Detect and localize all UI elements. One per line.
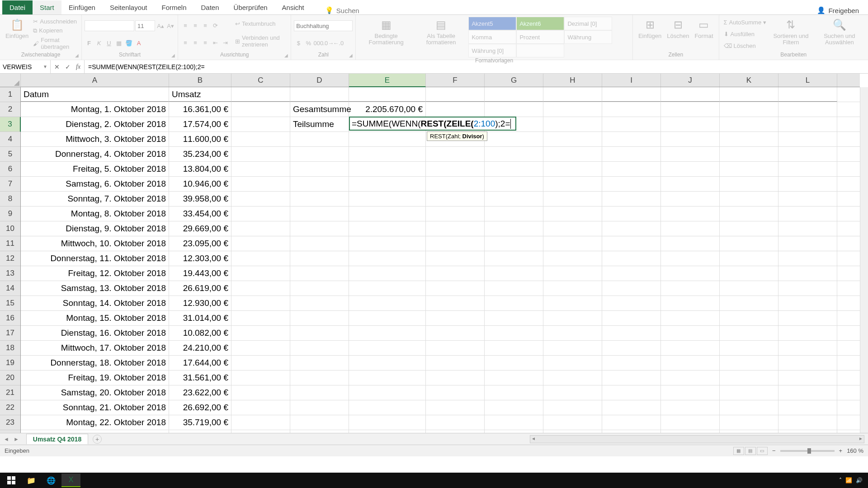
align-left-button[interactable]: ≡ (181, 38, 190, 47)
cell[interactable] (778, 236, 837, 251)
cell[interactable] (426, 415, 485, 430)
cell[interactable] (543, 251, 602, 266)
cell[interactable] (426, 326, 485, 340)
dedent-button[interactable]: ⇤ (211, 38, 220, 47)
cell[interactable] (778, 221, 837, 236)
cell[interactable] (485, 311, 543, 325)
cell[interactable] (602, 206, 661, 221)
cell[interactable] (778, 177, 837, 191)
cell[interactable] (231, 266, 290, 281)
fill-color-button[interactable]: 🪣 (124, 39, 133, 48)
cell[interactable] (720, 192, 778, 206)
cell[interactable] (349, 326, 426, 340)
number-format-select[interactable] (294, 20, 353, 31)
cell[interactable] (290, 385, 349, 400)
cell[interactable] (231, 326, 290, 340)
copy-button[interactable]: ⧉Kopieren (31, 27, 79, 35)
align-bottom-button[interactable]: ≡ (201, 21, 210, 30)
cell[interactable] (720, 102, 778, 117)
cell[interactable] (778, 400, 837, 415)
column-header[interactable]: C (231, 74, 290, 87)
cell[interactable] (602, 326, 661, 340)
column-header[interactable]: K (720, 74, 778, 87)
cell[interactable] (720, 132, 778, 146)
function-tooltip[interactable]: REST(Zahl; Divisor) (427, 131, 487, 141)
launcher-icon[interactable]: ◢ (284, 53, 288, 58)
cell[interactable]: Montag, 15. Oktober 2018 (21, 311, 169, 325)
cell[interactable] (290, 341, 349, 355)
cell[interactable] (543, 385, 602, 400)
cell[interactable]: Mittwoch, 10. Oktober 2018 (21, 236, 169, 251)
cell[interactable] (349, 236, 426, 251)
cell[interactable] (602, 341, 661, 355)
cell[interactable] (485, 326, 543, 340)
tray-volume-icon[interactable]: 🔊 (856, 477, 863, 483)
cell[interactable] (426, 102, 485, 117)
style-waehrung0[interactable]: Währung [0] (468, 44, 516, 57)
cell[interactable]: 35.234,00 € (169, 147, 231, 161)
cell[interactable] (485, 162, 543, 176)
style-komma[interactable]: Komma (468, 30, 516, 44)
cell[interactable]: 26.619,00 € (169, 281, 231, 296)
wrap-text-button[interactable]: ↩Textumbruch (233, 20, 288, 28)
cell[interactable] (231, 236, 290, 251)
view-normal-button[interactable]: ▦ (733, 447, 744, 455)
tab-formulas[interactable]: Formeln (155, 0, 194, 14)
cell[interactable] (485, 87, 543, 102)
cell[interactable] (661, 87, 720, 102)
cell[interactable] (543, 326, 602, 340)
cell[interactable] (349, 400, 426, 415)
cell[interactable] (602, 87, 661, 102)
cell[interactable] (543, 400, 602, 415)
cell[interactable] (231, 415, 290, 430)
cell[interactable] (778, 192, 837, 206)
cell[interactable] (290, 162, 349, 176)
cell[interactable] (349, 415, 426, 430)
view-pagelayout-button[interactable]: ▤ (745, 447, 756, 455)
cell[interactable] (349, 192, 426, 206)
cell[interactable] (661, 296, 720, 310)
cell[interactable] (720, 356, 778, 370)
underline-button[interactable]: U (104, 39, 113, 48)
cell[interactable] (720, 296, 778, 310)
style-akzent5[interactable]: Akzent5 (468, 17, 516, 30)
cell[interactable] (485, 206, 543, 221)
cell[interactable] (778, 102, 837, 117)
cell[interactable] (349, 296, 426, 310)
cell[interactable] (485, 192, 543, 206)
cell[interactable] (231, 177, 290, 191)
file-explorer-button[interactable]: 📁 (22, 474, 41, 487)
cell[interactable] (661, 117, 720, 131)
conditional-formatting-button[interactable]: ▦Bedingte Formatierung (359, 17, 414, 57)
view-pagebreak-button[interactable]: ▭ (757, 447, 768, 455)
tab-insert[interactable]: Einfügen (61, 0, 103, 14)
cell[interactable] (778, 281, 837, 296)
format-painter-button[interactable]: 🖌Format übertragen (31, 36, 79, 51)
cell[interactable] (661, 356, 720, 370)
column-header[interactable]: E (349, 74, 426, 87)
cell[interactable] (661, 430, 720, 433)
cell[interactable] (485, 102, 543, 117)
cell[interactable] (485, 251, 543, 266)
cell[interactable] (602, 177, 661, 191)
cell[interactable] (426, 147, 485, 161)
cell[interactable] (720, 221, 778, 236)
cell[interactable] (349, 132, 426, 146)
cell[interactable] (231, 206, 290, 221)
cell[interactable] (778, 326, 837, 340)
cell[interactable]: 12.303,00 € (169, 251, 231, 266)
cell[interactable] (231, 221, 290, 236)
cell[interactable] (720, 147, 778, 161)
cell[interactable]: Freitag, 12. Oktober 2018 (21, 266, 169, 281)
cell[interactable] (661, 385, 720, 400)
style-waehrung[interactable]: Währung (564, 30, 612, 44)
column-header[interactable]: J (661, 74, 720, 87)
cell[interactable] (349, 371, 426, 385)
align-right-button[interactable]: ≡ (201, 38, 210, 47)
row-header[interactable]: 9 (0, 206, 20, 221)
font-color-button[interactable]: A (134, 39, 143, 48)
cell[interactable] (543, 236, 602, 251)
cell[interactable] (543, 371, 602, 385)
cell[interactable] (661, 221, 720, 236)
cell[interactable] (290, 281, 349, 296)
